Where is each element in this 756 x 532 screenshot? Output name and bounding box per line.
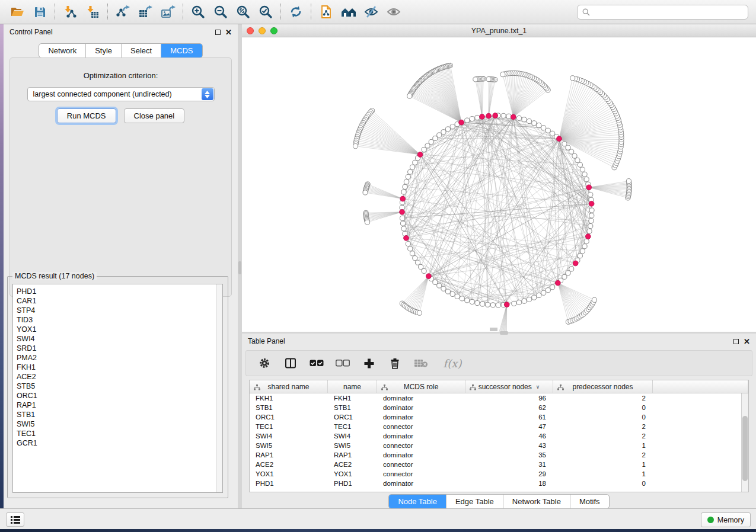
network-node[interactable] xyxy=(403,184,407,189)
dominator-node[interactable] xyxy=(557,136,562,142)
hide-selected-eye-icon[interactable] xyxy=(360,2,382,22)
table-scrollbar-thumb[interactable] xyxy=(742,416,748,481)
network-node[interactable] xyxy=(445,127,450,132)
network-node[interactable] xyxy=(550,285,555,290)
network-node[interactable] xyxy=(588,192,593,197)
network-node[interactable] xyxy=(413,256,417,261)
mcds-result-list[interactable]: PHD1CAR1STP4TID3YOX1SWI4SRD1PMA2FKH1ACE2… xyxy=(12,284,223,493)
optimization-dropdown[interactable]: largest connected component (undirected) xyxy=(27,87,215,101)
network-node[interactable] xyxy=(527,297,531,302)
network-node[interactable] xyxy=(404,180,409,184)
network-node[interactable] xyxy=(441,130,446,134)
table-row[interactable]: SWI5SWI5connector431 xyxy=(250,441,741,450)
network-node[interactable] xyxy=(562,142,567,146)
network-node[interactable] xyxy=(475,300,480,305)
dominator-node[interactable] xyxy=(511,114,516,120)
mcds-result-item[interactable]: STP4 xyxy=(13,306,222,315)
network-node[interactable] xyxy=(400,221,405,226)
dominator-node[interactable] xyxy=(400,209,405,214)
deselect-all-icon[interactable] xyxy=(335,355,350,371)
network-node[interactable] xyxy=(496,303,500,307)
tab-edge-table[interactable]: Edge Table xyxy=(446,495,503,508)
network-node[interactable] xyxy=(527,118,531,123)
network-node[interactable] xyxy=(546,128,550,133)
dominator-node[interactable] xyxy=(493,113,498,118)
memory-button[interactable]: Memory xyxy=(701,512,751,527)
network-node[interactable] xyxy=(522,299,527,303)
network-node[interactable] xyxy=(470,116,474,121)
column-header-shared-name[interactable]: shared name xyxy=(250,380,328,393)
network-node[interactable] xyxy=(578,162,582,167)
tab-select[interactable]: Select xyxy=(122,44,161,57)
network-node[interactable] xyxy=(422,268,426,273)
dominator-node[interactable] xyxy=(589,201,594,206)
network-node[interactable] xyxy=(587,229,592,233)
network-node[interactable] xyxy=(626,179,631,184)
splitter-grip[interactable] xyxy=(500,331,508,335)
network-node[interactable] xyxy=(569,149,574,154)
split-columns-icon[interactable] xyxy=(283,355,298,371)
network-node[interactable] xyxy=(569,267,574,271)
dominator-node[interactable] xyxy=(504,302,509,307)
search-input[interactable] xyxy=(593,8,743,17)
network-node[interactable] xyxy=(470,299,474,304)
network-node[interactable] xyxy=(541,290,546,295)
network-node[interactable] xyxy=(582,172,587,177)
dominator-node[interactable] xyxy=(459,120,464,125)
mcds-result-item[interactable]: CAR1 xyxy=(13,296,222,306)
import-table-icon[interactable] xyxy=(81,2,104,22)
float-table-panel-icon[interactable] xyxy=(733,339,739,344)
mcds-result-scrollbar[interactable] xyxy=(216,284,222,492)
dominator-node[interactable] xyxy=(417,152,423,158)
network-node[interactable] xyxy=(575,158,580,162)
network-node[interactable] xyxy=(532,295,537,300)
network-node[interactable] xyxy=(365,220,369,225)
table-row[interactable]: YOX1YOX1connector291 xyxy=(250,469,741,479)
network-node[interactable] xyxy=(566,145,570,150)
network-node[interactable] xyxy=(401,190,406,194)
tab-style[interactable]: Style xyxy=(86,44,122,57)
table-row[interactable]: ORC1ORC1dominator610 xyxy=(250,412,741,422)
network-node[interactable] xyxy=(582,244,587,249)
network-node[interactable] xyxy=(450,124,455,129)
mcds-result-item[interactable]: SRD1 xyxy=(13,344,222,353)
network-node[interactable] xyxy=(437,283,442,288)
node-table[interactable]: shared namenameMCDS rolesuccessor nodes∨… xyxy=(249,380,749,492)
network-node[interactable] xyxy=(578,254,582,258)
network-node[interactable] xyxy=(592,297,596,302)
network-node[interactable] xyxy=(589,219,594,223)
network-hscroll-thumb[interactable] xyxy=(490,328,497,331)
mcds-result-item[interactable]: TEC1 xyxy=(13,429,222,438)
tab-network-table[interactable]: Network Table xyxy=(503,495,570,508)
network-node[interactable] xyxy=(437,133,442,137)
network-node[interactable] xyxy=(550,131,555,136)
network-node[interactable] xyxy=(422,147,426,152)
network-node[interactable] xyxy=(408,169,413,174)
mcds-result-item[interactable]: FKH1 xyxy=(13,363,222,372)
zoom-selected-icon[interactable] xyxy=(254,2,277,22)
network-node[interactable] xyxy=(408,246,413,251)
run-mcds-button[interactable]: Run MCDS xyxy=(57,108,116,123)
tab-motifs[interactable]: Motifs xyxy=(570,495,609,508)
close-panel-button[interactable]: Close panel xyxy=(124,108,185,123)
network-node[interactable] xyxy=(401,226,406,231)
dominator-node[interactable] xyxy=(426,274,432,279)
network-node[interactable] xyxy=(433,280,438,284)
export-table-icon[interactable] xyxy=(134,2,157,22)
network-node[interactable] xyxy=(501,113,506,118)
dominator-node[interactable] xyxy=(555,280,560,286)
network-node[interactable] xyxy=(460,296,464,301)
mcds-result-item[interactable]: GCR1 xyxy=(13,438,222,448)
network-node[interactable] xyxy=(516,116,521,120)
close-panel-icon[interactable]: ✕ xyxy=(225,30,232,35)
column-header-successor-nodes[interactable]: successor nodes∨ xyxy=(465,380,553,393)
open-session-icon[interactable] xyxy=(6,2,28,22)
network-node[interactable] xyxy=(541,126,546,130)
dominator-node[interactable] xyxy=(585,234,591,239)
network-node[interactable] xyxy=(450,291,455,296)
network-node[interactable] xyxy=(516,300,521,305)
table-row[interactable]: STB1STB1dominator620 xyxy=(250,403,741,412)
network-node[interactable] xyxy=(410,165,414,169)
network-node[interactable] xyxy=(417,310,422,315)
mcds-result-item[interactable]: SWI5 xyxy=(13,419,222,429)
